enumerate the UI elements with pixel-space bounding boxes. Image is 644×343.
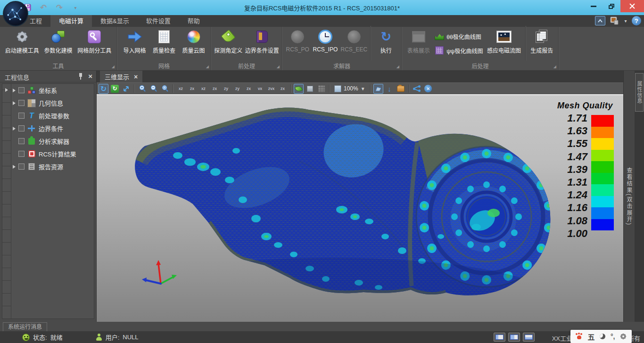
zoom-fit-icon	[161, 85, 169, 92]
checkbox[interactable]	[18, 125, 25, 131]
minimize-button[interactable]	[585, 0, 603, 12]
tree-item-geometry-info[interactable]: 几何信息	[12, 97, 94, 109]
view-orientation-button-4[interactable]: zx	[210, 84, 220, 94]
view-orientation-button-2[interactable]: zx	[187, 84, 197, 94]
zoom-in-button[interactable]	[137, 84, 147, 94]
ime-mode-label[interactable]: 五	[587, 332, 594, 342]
tree-item-rcs-results[interactable]: RCS计算结果	[12, 147, 94, 160]
display-style-button[interactable]	[609, 16, 619, 25]
launch-modeling-tool-button[interactable]: 启动建模工具	[5, 28, 39, 54]
quality-cloud-map-button[interactable]: 质量云图	[182, 28, 206, 54]
view-orientation-button-7[interactable]: zx	[244, 84, 254, 94]
checkbox[interactable]	[18, 87, 25, 93]
view-orientation-button-3[interactable]: xz	[198, 84, 208, 94]
rotate-view-button[interactable]: ↻	[99, 84, 108, 94]
checkbox[interactable]	[18, 113, 25, 119]
zoom-fit-button[interactable]	[160, 84, 170, 94]
generate-report-button[interactable]: 生成报告	[529, 28, 554, 54]
induced-current-map-button[interactable]: 感应电磁流图	[487, 28, 521, 54]
parametric-modeling-button[interactable]: 参数化建模	[44, 28, 72, 54]
legend-value: 1.24	[557, 188, 587, 201]
rcs-ipo-button[interactable]: RCS_IPO	[313, 28, 338, 53]
group-expander-icon[interactable]: ◢	[112, 65, 115, 69]
psi-polar-curve-button[interactable]: ψψ极化曲线图	[435, 46, 483, 55]
checkbox[interactable]	[18, 163, 25, 170]
question-icon: ?	[635, 17, 638, 24]
execute-button[interactable]: ↻ 执行	[374, 28, 398, 54]
shaded-mode-button[interactable]	[294, 84, 304, 94]
group-expander-icon[interactable]: ◢	[396, 65, 399, 69]
table-window-icon	[411, 29, 427, 45]
drop-view-button[interactable]: ↓	[385, 84, 395, 94]
view-orientation-button-5[interactable]: zy	[221, 84, 231, 94]
theta-polar-curve-button[interactable]: θθ极化曲线图	[435, 32, 483, 41]
pan-view-button[interactable]	[121, 84, 131, 94]
close-button[interactable]	[620, 0, 644, 12]
layers-button[interactable]	[396, 84, 406, 94]
rcs-eec-button[interactable]: RCS_EEC	[340, 28, 367, 53]
view-orientation-button-10[interactable]: zx	[278, 84, 288, 94]
tree-item-preprocess-params[interactable]: T 前处理参数	[12, 109, 94, 122]
tree-item-boundary-conditions[interactable]: 边界条件	[12, 122, 94, 135]
close-panel-icon[interactable]: ×	[88, 73, 92, 80]
menu-tab-em-compute[interactable]: 电磁计算	[50, 15, 92, 27]
ime-settings-gear-icon[interactable]	[620, 333, 627, 340]
pin-icon[interactable]	[79, 73, 83, 80]
checkbox[interactable]	[18, 138, 25, 144]
normals-button[interactable]	[373, 84, 383, 94]
tab-system-messages[interactable]: 系统运行消息	[3, 322, 47, 331]
collapse-ribbon-button[interactable]	[595, 16, 605, 25]
tab-3d-display[interactable]: 三维显示 ×	[100, 71, 142, 82]
spin-view-button[interactable]: ↻	[110, 84, 120, 94]
punctuation-icon[interactable]: °,	[611, 333, 615, 340]
moon-icon[interactable]	[600, 334, 605, 339]
tree-item-report-resources[interactable]: 报告资源	[12, 160, 94, 173]
layout-left-panel-button[interactable]	[494, 333, 505, 342]
menu-tab-settings[interactable]: 软件设置	[138, 15, 179, 27]
zoom-out-button[interactable]	[149, 84, 158, 94]
rcs-po-button[interactable]: RCS_PO	[285, 28, 310, 53]
rotate-icon: ↻	[100, 84, 107, 93]
close-icon	[629, 3, 635, 9]
restore-button[interactable]	[603, 0, 620, 12]
display-style-dropdown[interactable]: ▾	[623, 16, 628, 25]
3d-canvas[interactable]: Mesh Quality 1.711.631.551.471.391.311.2…	[97, 94, 623, 322]
boundary-condition-settings-button[interactable]: 边界条件设置	[245, 28, 279, 54]
layout-wide-left-button[interactable]	[508, 333, 520, 342]
group-expander-icon[interactable]: ◢	[206, 65, 209, 69]
tab-attributes-info[interactable]: 属性信息	[635, 73, 644, 112]
view-orientation-button-9[interactable]: zvx	[266, 84, 276, 94]
layout-bottom-panel-button[interactable]	[523, 333, 535, 342]
menu-tab-data-display[interactable]: 数据&显示	[92, 15, 138, 27]
ime-paw-icon[interactable]	[576, 333, 583, 340]
tree-item-solver[interactable]: 分析求解器	[12, 135, 94, 147]
ribbon-group-tools: 启动建模工具 参数化建模	[0, 27, 117, 70]
menu-tab-help[interactable]: 帮助	[179, 15, 208, 27]
view-orientation-button-6[interactable]: zy	[232, 84, 242, 94]
zoom-level-select[interactable]: 100% ▼	[332, 85, 367, 92]
import-mesh-button[interactable]: 导入网格	[123, 28, 147, 54]
view-results-bar[interactable]: 查看结果(双击展开)	[623, 71, 635, 322]
tree-item-coordinate-system[interactable]: 坐标系	[12, 84, 94, 97]
points-mode-button[interactable]	[316, 84, 326, 94]
table-display-button[interactable]: 表格展示	[406, 28, 431, 54]
menu-bar: 工程 电磁计算 数据&显示 软件设置 帮助 ▾ ?	[0, 15, 644, 27]
ime-toolbar[interactable]: 五 °,	[570, 330, 632, 343]
group-expander-icon[interactable]: ◢	[277, 65, 280, 69]
group-expander-icon[interactable]: ◢	[553, 65, 556, 69]
share-view-button[interactable]	[412, 84, 422, 94]
flat-mode-button[interactable]	[305, 84, 315, 94]
view-orientation-button-1[interactable]: xz	[176, 84, 186, 94]
expander-icon[interactable]	[5, 88, 8, 92]
checkbox[interactable]	[18, 151, 25, 157]
close-tab-icon[interactable]: ×	[134, 74, 138, 80]
clock-icon	[317, 29, 333, 45]
user-icon	[96, 334, 102, 341]
mesh-partition-tool-button[interactable]: 网格剖分工具	[77, 28, 111, 54]
probe-angle-define-button[interactable]: 探测角定义	[214, 28, 242, 54]
quality-check-button[interactable]: 质量检查	[152, 28, 176, 54]
checkbox[interactable]	[18, 100, 25, 106]
close-view-button[interactable]: ✕	[423, 84, 433, 94]
view-orientation-button-8[interactable]: vx	[255, 84, 265, 94]
help-button[interactable]: ?	[632, 16, 641, 25]
